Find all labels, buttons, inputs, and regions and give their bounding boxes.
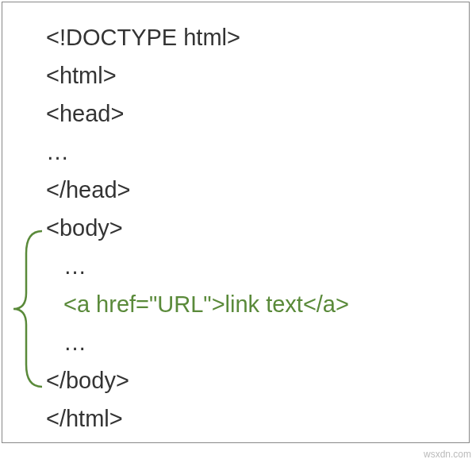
curly-brace-icon bbox=[10, 230, 46, 388]
code-line-body-ellipsis-top: … bbox=[46, 247, 469, 285]
code-line-body-open: <body> bbox=[46, 209, 469, 247]
code-line-doctype: <!DOCTYPE html> bbox=[46, 18, 469, 56]
code-line-head-open: <head> bbox=[46, 95, 469, 133]
code-line-body-ellipsis-bottom: … bbox=[46, 323, 469, 361]
code-line-body-close: </body> bbox=[46, 361, 469, 399]
code-diagram-frame: <!DOCTYPE html> <html> <head> … </head> … bbox=[2, 2, 470, 443]
code-line-anchor-tag: <a href="URL">link text</a> bbox=[46, 285, 469, 323]
code-line-html-open: <html> bbox=[46, 56, 469, 95]
watermark-text: wsxdn.com bbox=[424, 449, 471, 460]
code-line-head-close: </head> bbox=[46, 171, 469, 209]
code-line-head-ellipsis: … bbox=[46, 133, 469, 171]
code-line-html-close: </html> bbox=[46, 399, 469, 438]
